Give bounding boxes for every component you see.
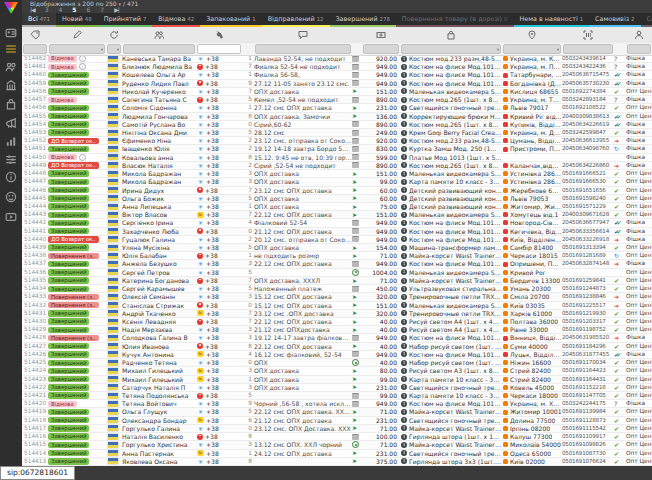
tab-завершений[interactable]: Завершений278 bbox=[330, 13, 396, 27]
order-row[interactable]: 514447ЗавершенийМикола Бадражан✳+383ОПХ … bbox=[22, 178, 652, 186]
page-number-4[interactable]: 4 bbox=[58, 6, 62, 13]
order-row[interactable]: 514437ЗавершенийАнжела Безушко✳+38322.12… bbox=[22, 260, 652, 268]
products-bag-icon[interactable] bbox=[3, 97, 19, 111]
filter-dropdown-icon[interactable]: ▾ bbox=[101, 47, 103, 52]
order-row[interactable]: 514444ЗавершенийАнна Липецька✳+381ОПХ до… bbox=[22, 203, 652, 211]
column-header-tracking-scan-icon[interactable] bbox=[562, 27, 614, 43]
column-header-id-tag-icon[interactable] bbox=[22, 27, 48, 43]
filter-input-status[interactable]: ▾ bbox=[49, 44, 105, 54]
order-row[interactable]: 514433Повернення (з..Олексій Семанін✳+38… bbox=[22, 293, 652, 301]
order-row[interactable]: 514451ЗавершенийІващенко Юлія✳+38219.12 … bbox=[22, 145, 652, 153]
order-row[interactable]: 514438Повернення (з..Юлія Балабан+381не … bbox=[22, 252, 652, 260]
filter-input-id[interactable] bbox=[23, 44, 47, 54]
info-icon[interactable] bbox=[3, 170, 19, 184]
order-row[interactable]: 514441ЗавершенийЗахарченко Люба+38021.12… bbox=[22, 228, 652, 236]
order-row[interactable]: 514415ЗавершенийГоргулько Христина✳+3831… bbox=[22, 441, 652, 449]
tab-всі[interactable]: Всі471 bbox=[22, 13, 56, 27]
order-row[interactable]: 514426ЗавершенийКучук Антонинаlc+38416.1… bbox=[22, 351, 652, 359]
order-row[interactable]: 514440ДО Возврат ок..Гуцалюк Галина✳+382… bbox=[22, 236, 652, 244]
column-header-phone-phone-icon[interactable] bbox=[196, 27, 242, 43]
column-header-product-bag-icon[interactable] bbox=[400, 27, 502, 43]
tab-відправлений[interactable]: Відправлений12 bbox=[262, 13, 330, 27]
page-number-5[interactable]: 5 bbox=[72, 6, 76, 13]
column-header-price-money-icon[interactable] bbox=[362, 27, 400, 43]
order-row[interactable]: 514421ЗавершенийТетяна Подолянська+38599… bbox=[22, 392, 652, 400]
column-header-city-pin-icon[interactable] bbox=[502, 27, 562, 43]
tab-відмова[interactable]: Відмова42 bbox=[152, 13, 200, 27]
tab-сервіси[interactable]: Сервіси0 bbox=[641, 13, 652, 27]
order-row[interactable]: 514443ЗавершенийВіктор Власовlc+38722.12… bbox=[22, 211, 652, 219]
order-row[interactable]: 514439ЗавершенийУляна Мусіхіна✳+385ОПХ д… bbox=[22, 244, 652, 252]
campaigns-megaphone-icon[interactable] bbox=[3, 116, 19, 130]
order-row[interactable]: 514425ЗавершенийРадченко Тетяна✳+380ОПХ4… bbox=[22, 359, 652, 367]
statistics-chart-icon[interactable] bbox=[3, 134, 19, 148]
order-row[interactable]: 514428Повернення (з..Солодкова Галина В✳… bbox=[22, 334, 652, 342]
order-row[interactable]: 514430ЗавершенийКсенія Левадняя+38722.12… bbox=[22, 318, 652, 326]
id-card-icon[interactable] bbox=[3, 26, 19, 40]
tab-нема-в-наявності[interactable]: Нема в наявності1 bbox=[514, 13, 590, 27]
first-page-button[interactable]: |◀ bbox=[30, 6, 35, 13]
app-logo-icon[interactable] bbox=[4, 2, 18, 14]
last-page-button[interactable]: ▶| bbox=[114, 6, 119, 13]
order-row[interactable]: 514458ЗавершенийНиколай Кучеренко✳+387ОП… bbox=[22, 88, 652, 96]
settings-sliders-icon[interactable] bbox=[3, 152, 19, 166]
column-header-comment-bubble-icon[interactable] bbox=[254, 27, 352, 43]
order-row[interactable]: 514448ЗавершенийМикола Бадражан✳+383ОПХ … bbox=[22, 170, 652, 178]
column-header-country-refresh-icon[interactable] bbox=[106, 27, 122, 43]
order-row[interactable]: 514423ЗавершенийМихаил Гилецькийlc+381ОП… bbox=[22, 376, 652, 384]
filter-input-client[interactable] bbox=[123, 44, 195, 54]
filter-input-comment[interactable] bbox=[255, 44, 351, 54]
order-row[interactable]: 514446ЗавершенийИрина Дидух+38723.12 смс… bbox=[22, 187, 652, 195]
order-row[interactable]: 514416ЗавершенийНаталія Василенко+388100… bbox=[22, 433, 652, 441]
order-row[interactable]: 514432Повернення (з..Станіслав Стрижак+3… bbox=[22, 302, 652, 310]
order-row[interactable]: 514461ВідмоваiБлизнюк Людмила Ва+387Фиал… bbox=[22, 63, 652, 71]
filter-input-country[interactable]: ▾ bbox=[107, 44, 121, 54]
order-row[interactable]: 514422ЗавершенийСатарчук Наталія П✳+383О… bbox=[22, 384, 652, 392]
column-header-client-people-icon[interactable] bbox=[122, 27, 196, 43]
order-row[interactable]: 514452ДО Возврат ок..Єфименко Ніна✳+3822… bbox=[22, 137, 652, 145]
filter-input-product[interactable]: ▾ bbox=[401, 44, 501, 54]
order-row[interactable]: 514431ЗавершенийАндрій Ткаченкоlc+38723.… bbox=[22, 310, 652, 318]
order-row[interactable]: 514427ЗавершенийЮлия Иванова+38822.12 см… bbox=[22, 343, 652, 351]
order-row[interactable]: 514450ВідмоваiКовальова анна✳+38815.12. … bbox=[22, 154, 652, 162]
order-row[interactable]: 514462ВідмоваiКаневська Тамара Ва✳+381Ла… bbox=[22, 55, 652, 63]
column-header-qty[interactable] bbox=[242, 27, 254, 43]
tab-запакований[interactable]: Запакований1 bbox=[200, 13, 261, 27]
page-number-7[interactable]: 7 bbox=[100, 6, 104, 13]
order-row[interactable]: 514449ДО Возврат ок..Власюк Наталія✳+382… bbox=[22, 162, 652, 170]
order-row[interactable]: 514435ЗавершенийКатерина Богданова+387ОП… bbox=[22, 277, 652, 285]
column-header-status-pencil-icon[interactable] bbox=[48, 27, 106, 43]
column-header-trackstatus[interactable] bbox=[614, 27, 626, 43]
order-row[interactable]: 514455ЗавершенийЛюдмила Гончарова✳+388ОП… bbox=[22, 113, 652, 121]
orders-list-icon[interactable] bbox=[3, 42, 19, 56]
order-row[interactable]: 514429ЗавершенийНадія Мерзаєва✳+38321.12… bbox=[22, 326, 652, 334]
themes-icon[interactable] bbox=[3, 190, 19, 204]
filter-dropdown-icon[interactable]: ▾ bbox=[117, 47, 119, 52]
order-row[interactable]: 514434ЗавершенийСергей Карамышев✳+385Нал… bbox=[22, 285, 652, 293]
tab-самовивіз[interactable]: Самовивіз2 bbox=[589, 13, 640, 27]
order-row[interactable]: 514445ЗавершенийОльга Божик✳+385ОПХ дост… bbox=[22, 195, 652, 203]
order-row[interactable]: 514442ЗавершенийСергіенко Ірина✳+384Фіал… bbox=[22, 219, 652, 227]
order-row[interactable]: 514436ЗавершенийСергей Петров✳+3851004.0… bbox=[22, 269, 652, 277]
column-header-source-person-icon[interactable] bbox=[626, 27, 652, 43]
order-row[interactable]: 514459ЗавершенийРуденко Лидия Павл+38927… bbox=[22, 80, 652, 88]
company-icon[interactable] bbox=[3, 78, 19, 92]
video-icon[interactable] bbox=[3, 210, 19, 224]
tab-прийнятий[interactable]: Прийнятий7 bbox=[98, 13, 153, 27]
clients-icon[interactable] bbox=[3, 60, 19, 74]
column-header-pay[interactable] bbox=[352, 27, 362, 43]
order-row[interactable]: 514417ЗавершенийГоргулько Галина✳+38023.… bbox=[22, 425, 652, 433]
tab-новий[interactable]: Новий48 bbox=[56, 13, 98, 27]
filter-input-city[interactable]: ▾ bbox=[503, 44, 561, 54]
filter-input-source[interactable] bbox=[627, 44, 651, 54]
order-row[interactable]: 514420ВідмоваТетяна Войтович✳+389Чорний … bbox=[22, 400, 652, 408]
filter-input-price[interactable] bbox=[363, 44, 399, 54]
order-row[interactable]: 514454ЗавершенийСамотій Руслана Во✳+380С… bbox=[22, 121, 652, 129]
order-row[interactable]: 514418ЗавершенийОлександра Бондарlc+3862… bbox=[22, 417, 652, 425]
filter-input-tracking[interactable] bbox=[563, 44, 613, 54]
filter-dropdown-icon[interactable]: ▾ bbox=[497, 47, 499, 52]
order-row[interactable]: 514413ЗавершенийЯковлева Оксана✳+388➤375… bbox=[22, 458, 652, 466]
order-row[interactable]: 514456ЗавершенийСоломія Сідоніна✳+38127.… bbox=[22, 104, 652, 112]
order-row[interactable]: 514457ВідмоваСапегина Татьяна С+385Кемел… bbox=[22, 96, 652, 104]
filter-input-phone[interactable] bbox=[197, 44, 241, 54]
